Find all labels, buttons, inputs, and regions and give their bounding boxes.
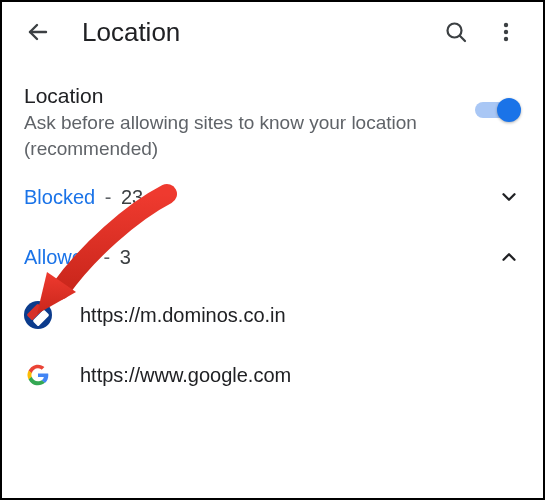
- more-vert-icon: [494, 20, 518, 44]
- blocked-count: 23: [121, 186, 143, 208]
- site-url: https://m.dominos.co.in: [80, 304, 286, 327]
- chevron-up-icon: [497, 245, 521, 269]
- more-button[interactable]: [485, 11, 527, 53]
- allowed-label: Allowed: [24, 246, 94, 268]
- app-header: Location: [2, 2, 543, 62]
- allowed-site-row[interactable]: https://www.google.com: [2, 345, 543, 405]
- search-button[interactable]: [435, 11, 477, 53]
- svg-point-3: [504, 23, 508, 27]
- chevron-down-icon: [497, 185, 521, 209]
- search-icon: [444, 20, 468, 44]
- blocked-label: Blocked: [24, 186, 95, 208]
- toggle-thumb: [497, 98, 521, 122]
- back-button[interactable]: [18, 12, 58, 52]
- allowed-count: 3: [120, 246, 131, 268]
- allowed-site-row[interactable]: https://m.dominos.co.in: [2, 285, 543, 345]
- location-toggle[interactable]: [475, 96, 521, 124]
- header-actions: [435, 11, 527, 53]
- dominos-favicon-icon: [24, 301, 52, 329]
- setting-title: Location: [24, 84, 459, 108]
- svg-line-2: [460, 36, 465, 41]
- allowed-section[interactable]: Allowed - 3: [2, 225, 543, 285]
- setting-description: Ask before allowing sites to know your l…: [24, 110, 459, 161]
- svg-point-4: [504, 30, 508, 34]
- page-title: Location: [82, 17, 435, 48]
- site-url: https://www.google.com: [80, 364, 291, 387]
- back-arrow-icon: [26, 20, 50, 44]
- location-setting: Location Ask before allowing sites to kn…: [2, 62, 543, 169]
- blocked-section[interactable]: Blocked - 23: [2, 169, 543, 225]
- svg-point-5: [504, 37, 508, 41]
- google-favicon-icon: [24, 361, 52, 389]
